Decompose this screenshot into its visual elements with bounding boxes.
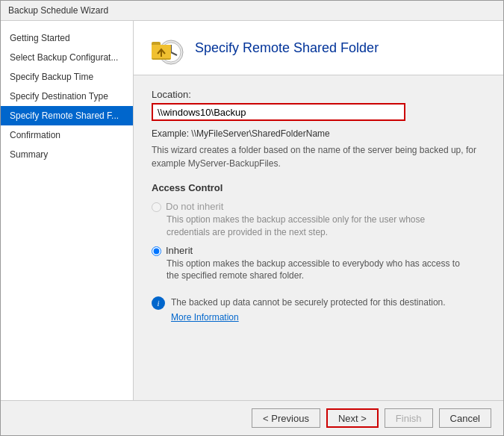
finish-button[interactable]: Finish xyxy=(385,408,433,428)
inherit-label: Inherit xyxy=(166,245,193,256)
main-panel: Specify Remote Shared Folder Location: E… xyxy=(134,21,503,400)
sidebar-item-confirmation[interactable]: Confirmation xyxy=(1,125,133,145)
footer: < Previous Next > Finish Cancel xyxy=(1,400,503,435)
sidebar-item-specify-remote-shared[interactable]: Specify Remote Shared F... xyxy=(1,106,133,125)
location-group: Location: xyxy=(152,89,485,121)
sidebar: Getting Started Select Backup Configurat… xyxy=(1,21,134,400)
info-text: This wizard creates a folder based on th… xyxy=(152,143,480,170)
wizard-window: Backup Schedule Wizard Getting Started S… xyxy=(0,0,504,436)
access-control-section: Access Control Do not inherit This optio… xyxy=(152,182,485,282)
location-input[interactable] xyxy=(152,103,405,121)
sidebar-item-summary[interactable]: Summary xyxy=(1,145,133,164)
inherit-option: Inherit This option makes the backup acc… xyxy=(152,245,485,283)
form-area: Location: Example: \\MyFileServer\Shared… xyxy=(134,75,503,400)
more-information-link[interactable]: More Information xyxy=(171,311,446,324)
example-text: Example: \\MyFileServer\SharedFolderName xyxy=(152,128,485,139)
location-label: Location: xyxy=(152,89,485,100)
access-control-title: Access Control xyxy=(152,182,485,193)
header-section: Specify Remote Shared Folder xyxy=(134,21,503,75)
content-area: Getting Started Select Backup Configurat… xyxy=(1,21,503,400)
info-box-text: The backed up data cannot be securely pr… xyxy=(171,297,446,308)
sidebar-item-select-backup-config[interactable]: Select Backup Configurat... xyxy=(1,48,133,67)
title-bar: Backup Schedule Wizard xyxy=(1,1,503,21)
previous-button[interactable]: < Previous xyxy=(252,408,320,428)
info-box: i The backed up data cannot be securely … xyxy=(152,296,480,324)
sidebar-item-getting-started[interactable]: Getting Started xyxy=(1,28,133,48)
do-not-inherit-label: Do not inherit xyxy=(166,201,223,212)
do-not-inherit-radio[interactable] xyxy=(152,202,161,212)
window-title: Backup Schedule Wizard xyxy=(8,5,108,16)
next-button[interactable]: Next > xyxy=(326,408,379,428)
info-box-content: The backed up data cannot be securely pr… xyxy=(171,296,446,324)
info-icon: i xyxy=(152,296,165,310)
backup-icon xyxy=(149,30,184,66)
inherit-desc: This option makes the backup accessible … xyxy=(167,258,465,283)
do-not-inherit-desc: This option makes the backup accessible … xyxy=(167,214,465,239)
cancel-button[interactable]: Cancel xyxy=(439,408,491,428)
sidebar-item-specify-backup-time[interactable]: Specify Backup Time xyxy=(1,67,133,87)
sidebar-item-specify-destination-type[interactable]: Specify Destination Type xyxy=(1,87,133,106)
inherit-radio[interactable] xyxy=(152,246,161,256)
page-title: Specify Remote Shared Folder xyxy=(195,40,379,56)
do-not-inherit-option: Do not inherit This option makes the bac… xyxy=(152,201,485,239)
